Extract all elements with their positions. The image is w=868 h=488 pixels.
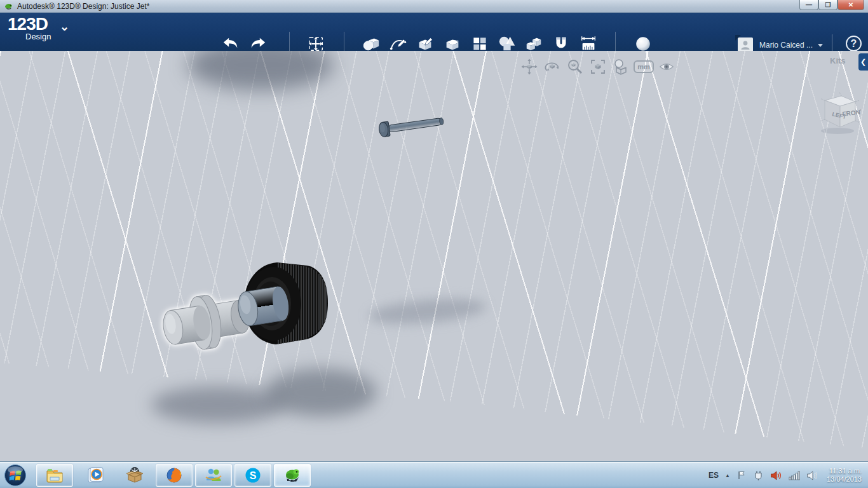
title-bar: Autodesk® 123D® Design: Justice Jet* — ❐…: [0, 0, 868, 13]
language-indicator[interactable]: ES: [709, 471, 719, 480]
view-cube[interactable]: LEFT FRONT: [814, 90, 861, 136]
firefox-icon: [165, 466, 184, 485]
svg-text:S: S: [250, 470, 257, 481]
messenger-icon: [204, 466, 223, 485]
flag-icon: [736, 470, 747, 480]
user-name: Mario Caiced ...: [759, 41, 813, 50]
action-center-button[interactable]: [736, 470, 747, 480]
eye-icon: [658, 58, 675, 76]
chevron-down-icon: [818, 44, 823, 47]
volume-button[interactable]: [806, 470, 818, 481]
123d-design-icon: [282, 466, 302, 484]
clock-time: 11:31 a.m.: [827, 467, 862, 475]
taskbar-app-catch-box[interactable]: [116, 464, 153, 487]
orbit-icon: [543, 57, 562, 76]
help-button[interactable]: ?: [846, 36, 862, 51]
avatar-fold: [735, 35, 741, 41]
orbit-button[interactable]: [541, 56, 564, 78]
viewport-canvas[interactable]: mm Kits ❮ LEFT FRONT: [0, 51, 868, 461]
skype-icon: S: [243, 466, 262, 485]
windows-media-player-icon: [86, 466, 104, 484]
clock[interactable]: 11:31 a.m. 13/04/2013: [827, 467, 862, 484]
zoom-fit-icon: [588, 57, 607, 76]
kits-panel-label: Kits: [830, 56, 846, 65]
visibility-button[interactable]: [655, 56, 678, 78]
object-bolt[interactable]: [370, 105, 453, 142]
taskbar-app-windows-explorer[interactable]: [36, 464, 73, 487]
signal-bars-icon: [789, 470, 800, 480]
display-settings-icon: [611, 57, 630, 76]
windows-explorer-icon: [45, 466, 64, 484]
network-button[interactable]: [789, 470, 800, 480]
pattern-icon: [471, 35, 489, 53]
window-title: Autodesk® 123D® Design: Justice Jet*: [17, 2, 149, 11]
restore-button[interactable]: ❐: [818, 0, 837, 10]
taskbar-app-windows-media-player[interactable]: [77, 464, 114, 487]
app-menu-button[interactable]: 123D ⌄ Design: [8, 15, 51, 41]
box-app-icon: [125, 466, 144, 485]
taskbar: S ES ▲: [0, 461, 868, 488]
main-toolbar: 123D ⌄ Design: [0, 13, 868, 51]
zoom-fit-button[interactable]: [587, 56, 609, 78]
close-button[interactable]: ✕: [837, 0, 864, 10]
system-tray: ES ▲: [705, 462, 868, 488]
audio-app-button[interactable]: [770, 470, 782, 481]
speaker-icon: [806, 470, 818, 481]
object-shadow: [151, 386, 285, 423]
user-icon: [741, 40, 750, 50]
zoom-icon: [566, 57, 585, 76]
start-button[interactable]: [4, 464, 27, 487]
taskbar-app-123d-design[interactable]: [274, 464, 311, 487]
taskbar-app-firefox[interactable]: [156, 464, 193, 487]
object-knurled-knob[interactable]: [234, 255, 330, 350]
usb-device-icon: [753, 470, 764, 481]
minimize-button[interactable]: —: [799, 0, 818, 10]
window-controls: — ❐ ✕: [799, 0, 864, 10]
app-icon: [4, 2, 14, 10]
navigation-bar: mm: [518, 56, 678, 78]
pan-icon: [520, 57, 539, 76]
tray-expand-button[interactable]: ▲: [725, 473, 730, 478]
units-label: mm: [634, 60, 654, 73]
kits-panel-toggle[interactable]: ❮: [858, 53, 868, 71]
chevron-down-icon: ⌄: [60, 20, 69, 34]
chevron-left-icon: ❮: [860, 58, 866, 66]
taskbar-app-messenger[interactable]: [195, 464, 232, 487]
brand-sub-label: Design: [25, 32, 51, 41]
pan-button[interactable]: [518, 56, 541, 78]
clock-date: 13/04/2013: [827, 475, 862, 484]
display-settings-button[interactable]: [609, 56, 632, 78]
taskbar-app-skype[interactable]: S: [234, 464, 271, 487]
units-button[interactable]: mm: [632, 56, 655, 78]
remove-hardware-button[interactable]: [753, 470, 764, 481]
red-speaker-icon: [770, 470, 782, 481]
object-shadow: [266, 369, 377, 416]
app-window: Autodesk® 123D® Design: Justice Jet* — ❐…: [0, 0, 868, 488]
brand-logo: 123D: [8, 15, 51, 34]
zoom-button[interactable]: [564, 56, 587, 78]
